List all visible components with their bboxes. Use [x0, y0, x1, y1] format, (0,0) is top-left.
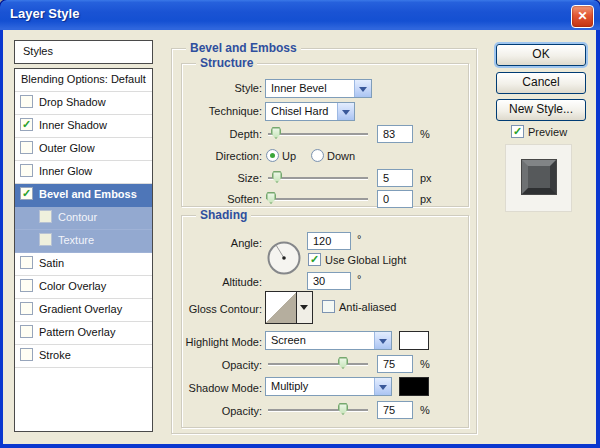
close-icon[interactable]: ✕	[571, 5, 594, 28]
sidebar-item-outer-glow[interactable]: Outer Glow	[15, 138, 152, 161]
angle-dial-graphic	[266, 240, 302, 276]
altitude-input[interactable]	[307, 272, 351, 290]
new-style-button[interactable]: New Style...	[496, 99, 586, 121]
highlight-opacity-label: Opacity:	[222, 359, 262, 371]
use-global-light-label[interactable]: Use Global Light	[325, 254, 406, 266]
sidebar-item-gradient-overlay[interactable]: Gradient Overlay	[15, 299, 152, 322]
size-slider[interactable]	[268, 177, 368, 179]
ok-button[interactable]: OK	[496, 44, 586, 66]
styles-list: Blending Options: DefaultDrop Shadow✓Inn…	[14, 68, 153, 432]
shadow-color-swatch[interactable]	[399, 377, 429, 396]
depth-input[interactable]	[377, 125, 413, 143]
direction-down-radio[interactable]	[311, 149, 324, 162]
use-global-light-checkbox[interactable]: ✓	[308, 253, 321, 266]
angle-dial[interactable]	[266, 240, 302, 276]
sidebar-item-satin[interactable]: Satin	[15, 253, 152, 276]
angle-label: Angle:	[231, 237, 262, 249]
direction-label: Direction:	[216, 150, 262, 162]
unchecked-checkbox-icon[interactable]	[20, 95, 33, 108]
preview-checkbox[interactable]: ✓	[511, 125, 524, 138]
chevron-down-icon[interactable]	[354, 80, 371, 97]
unchecked-checkbox-icon[interactable]	[39, 210, 52, 223]
gloss-contour-thumbnail[interactable]	[266, 292, 297, 323]
angle-input[interactable]	[307, 232, 351, 250]
highlight-opacity-unit: %	[420, 358, 430, 370]
direction-up-radio[interactable]	[266, 149, 279, 162]
direction-down-label[interactable]: Down	[327, 150, 355, 162]
technique-dropdown-value: Chisel Hard	[271, 105, 328, 117]
highlight-opacity-input[interactable]	[377, 355, 413, 373]
sidebar-item-inner-glow[interactable]: Inner Glow	[15, 161, 152, 184]
size-input[interactable]	[377, 169, 413, 187]
preview-label[interactable]: Preview	[528, 126, 567, 138]
soften-input[interactable]	[377, 190, 413, 208]
unchecked-checkbox-icon[interactable]	[20, 279, 33, 292]
highlight-opacity-slider[interactable]	[268, 363, 368, 365]
style-label: Style:	[234, 82, 262, 94]
styles-header-label: Styles	[23, 45, 53, 57]
highlight-color-swatch[interactable]	[399, 331, 429, 350]
sidebar-item-label: Inner Shadow	[39, 119, 107, 131]
sidebar-item-drop-shadow[interactable]: Drop Shadow	[15, 92, 152, 115]
gloss-contour-picker[interactable]	[265, 291, 313, 324]
anti-aliased-label[interactable]: Anti-aliased	[339, 301, 396, 313]
sidebar-item-label: Outer Glow	[39, 142, 95, 154]
sidebar-item-label: Stroke	[39, 349, 71, 361]
chevron-down-icon[interactable]	[337, 103, 354, 120]
unchecked-checkbox-icon[interactable]	[20, 302, 33, 315]
highlight-mode-label: Highlight Mode:	[186, 336, 262, 348]
sidebar-item-label: Inner Glow	[39, 165, 92, 177]
shadow-mode-label: Shadow Mode:	[189, 382, 262, 394]
style-dropdown[interactable]: Inner Bevel	[265, 79, 372, 98]
cancel-button[interactable]: Cancel	[496, 72, 586, 94]
soften-label: Soften:	[227, 193, 262, 205]
sidebar-item-texture[interactable]: Texture	[15, 230, 152, 253]
unchecked-checkbox-icon[interactable]	[20, 325, 33, 338]
checked-checkbox-icon[interactable]: ✓	[20, 187, 33, 200]
sidebar-item-contour[interactable]: Contour	[15, 207, 152, 230]
size-unit: px	[420, 172, 432, 184]
chevron-down-icon[interactable]	[374, 378, 391, 395]
direction-up-label[interactable]: Up	[282, 150, 296, 162]
unchecked-checkbox-icon[interactable]	[39, 233, 52, 246]
unchecked-checkbox-icon[interactable]	[20, 141, 33, 154]
chevron-down-icon[interactable]	[296, 292, 312, 323]
sidebar-item-label: Blending Options: Default	[21, 73, 146, 85]
sidebar-item-bevel-and-emboss[interactable]: ✓Bevel and Emboss	[15, 184, 152, 207]
unchecked-checkbox-icon[interactable]	[20, 256, 33, 269]
soften-slider[interactable]	[268, 198, 368, 200]
unchecked-checkbox-icon[interactable]	[20, 164, 33, 177]
sidebar-item-label: Bevel and Emboss	[39, 188, 137, 200]
highlight-mode-dropdown[interactable]: Screen	[265, 331, 392, 350]
technique-label: Technique:	[209, 105, 262, 117]
sidebar-item-stroke[interactable]: Stroke	[15, 345, 152, 368]
structure-title: Structure	[196, 56, 257, 70]
sidebar-item-label: Satin	[39, 257, 64, 269]
shadow-opacity-label: Opacity:	[222, 405, 262, 417]
unchecked-checkbox-icon[interactable]	[20, 348, 33, 361]
altitude-unit: °	[357, 273, 361, 285]
gloss-contour-label: Gloss Contour:	[189, 303, 262, 315]
sidebar-item-label: Contour	[58, 211, 97, 223]
sidebar-item-blending-options-default[interactable]: Blending Options: Default	[15, 69, 152, 92]
depth-slider[interactable]	[268, 133, 368, 135]
shadow-mode-dropdown[interactable]: Multiply	[265, 377, 392, 396]
sidebar-item-pattern-overlay[interactable]: Pattern Overlay	[15, 322, 152, 345]
shading-title: Shading	[196, 208, 251, 222]
sidebar-item-label: Pattern Overlay	[39, 326, 115, 338]
technique-dropdown[interactable]: Chisel Hard	[265, 102, 355, 121]
sidebar-item-inner-shadow[interactable]: ✓Inner Shadow	[15, 115, 152, 138]
window-title: Layer Style	[10, 6, 79, 21]
sidebar-item-color-overlay[interactable]: Color Overlay	[15, 276, 152, 299]
chevron-down-icon[interactable]	[374, 332, 391, 349]
shadow-opacity-input[interactable]	[377, 401, 413, 419]
preview-thumbnail	[522, 160, 556, 194]
checked-checkbox-icon[interactable]: ✓	[20, 118, 33, 131]
title-bar[interactable]: Layer Style ✕	[0, 0, 600, 30]
sidebar-item-label: Color Overlay	[39, 280, 106, 292]
shadow-opacity-slider[interactable]	[268, 409, 368, 411]
shadow-opacity-unit: %	[420, 404, 430, 416]
angle-unit: °	[357, 233, 361, 245]
anti-aliased-checkbox[interactable]	[322, 300, 335, 313]
styles-header: Styles	[14, 40, 153, 64]
